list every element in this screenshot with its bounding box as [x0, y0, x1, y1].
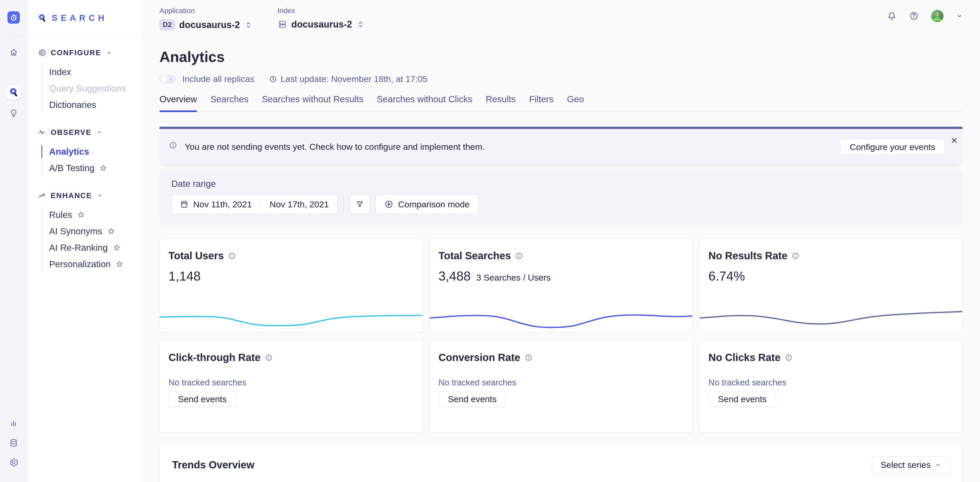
empty-state-label: No tracked searches	[439, 378, 684, 387]
tab-searches-without-results[interactable]: Searches without Results	[262, 94, 363, 111]
toggle-knob	[161, 76, 168, 83]
star-icon[interactable]	[77, 211, 85, 219]
calendar-icon	[180, 200, 189, 209]
product-logo-tile[interactable]	[8, 11, 20, 24]
section-header-configure[interactable]: CONFIGURE	[38, 47, 142, 58]
sidebar-item-rules[interactable]: Rules	[49, 206, 142, 223]
tab-searches[interactable]: Searches	[210, 94, 248, 111]
bar-chart-icon	[9, 419, 18, 428]
sidebar-item-index[interactable]: Index	[49, 64, 142, 80]
include-replicas-label: Include all replicas	[182, 74, 255, 84]
chevron-down-icon	[96, 129, 102, 135]
settings-nav-button[interactable]	[6, 455, 21, 470]
card-value: 3,488	[439, 269, 471, 284]
sidebar-item-personalization[interactable]: Personalization	[49, 256, 142, 272]
toggle-off-x-icon	[169, 76, 173, 82]
send-events-button[interactable]: Send events	[708, 391, 776, 407]
info-icon[interactable]	[265, 354, 273, 362]
select-series-button[interactable]: Select series	[872, 457, 950, 474]
star-icon[interactable]	[107, 227, 115, 235]
banner-message: You are not sending events yet. Check ho…	[185, 142, 485, 152]
star-icon[interactable]	[113, 244, 121, 252]
avatar[interactable]	[931, 10, 943, 22]
send-events-button[interactable]: Send events	[169, 391, 236, 407]
close-icon[interactable]	[950, 136, 958, 144]
sidebar-item-label: Rules	[49, 210, 72, 220]
info-icon[interactable]	[791, 252, 800, 260]
search-logo[interactable]: SEARCH	[27, 0, 142, 36]
bell-icon	[887, 11, 897, 21]
sidebar-section-enhance: ENHANCE Rules AI Synonyms AI Re-Ranking …	[38, 190, 142, 272]
sidebar-item-label: A/B Testing	[49, 163, 94, 173]
comparison-mode-label: Comparison mode	[398, 200, 470, 209]
card-title: No Results Rate	[708, 250, 788, 262]
kpi-card-click-through-rate: Click-through Rate No tracked searches S…	[159, 340, 423, 433]
usage-nav-button[interactable]	[6, 416, 21, 431]
index-selector[interactable]: docusaurus-2	[278, 19, 365, 30]
select-series-label: Select series	[880, 460, 931, 470]
tab-results[interactable]: Results	[486, 94, 516, 111]
home-icon	[9, 48, 18, 57]
sidebar-item-ai-reranking[interactable]: AI Re-Ranking	[49, 239, 142, 256]
empty-state-label: No tracked searches	[708, 378, 953, 387]
user-menu-button[interactable]	[956, 12, 963, 19]
info-icon[interactable]	[228, 252, 236, 260]
info-icon[interactable]	[515, 252, 523, 260]
sidebar-item-query-suggestions[interactable]: Query Suggestions	[49, 80, 142, 97]
application-selector[interactable]: D2 docusaurus-2	[159, 19, 253, 30]
section-header-enhance[interactable]: ENHANCE	[38, 190, 142, 201]
star-icon[interactable]	[100, 164, 107, 172]
sidebar-item-dictionaries[interactable]: Dictionaries	[49, 97, 142, 113]
configure-events-button[interactable]: Configure your events	[840, 139, 945, 155]
help-button[interactable]	[909, 11, 919, 21]
home-nav-button[interactable]	[6, 45, 21, 59]
sidebar-section-configure: CONFIGURE Index Query Suggestions Dictio…	[38, 47, 142, 113]
database-icon	[9, 438, 19, 448]
sidebar-item-analytics[interactable]: Analytics	[49, 143, 142, 160]
controls-divider	[344, 197, 344, 212]
card-title: No Clicks Rate	[708, 352, 780, 363]
comparison-mode-button[interactable]: Comparison mode	[375, 195, 479, 214]
notifications-button[interactable]	[887, 11, 897, 21]
kpi-card-total-searches: Total Searches 3,488 3 Searches / Users	[430, 238, 693, 332]
tab-searches-without-clicks[interactable]: Searches without Clicks	[377, 94, 473, 111]
index-selector-group: Index docusaurus-2	[278, 7, 365, 30]
tab-overview[interactable]: Overview	[159, 94, 197, 111]
date-range-picker[interactable]: Nov 11th, 2021 Nov 17th, 2021	[171, 195, 337, 214]
index-label: Index	[278, 7, 365, 15]
gear-icon	[9, 458, 19, 467]
pulse-icon	[38, 128, 46, 136]
chevron-down-icon	[935, 462, 942, 468]
application-value: docusaurus-2	[179, 19, 240, 30]
events-banner: You are not sending events yet. Check ho…	[159, 127, 963, 165]
sidebar-item-label: Analytics	[49, 146, 89, 157]
tab-geo[interactable]: Geo	[567, 94, 584, 111]
sparkline-total-users	[160, 304, 422, 329]
search-logo-text: SEARCH	[52, 13, 108, 23]
kpi-card-no-clicks-rate: No Clicks Rate No tracked searches Send …	[699, 340, 963, 433]
send-events-button[interactable]: Send events	[439, 391, 506, 407]
sidebar-item-ai-synonyms[interactable]: AI Synonyms	[49, 223, 142, 239]
card-title: Click-through Rate	[169, 352, 261, 363]
sparkline-total-searches	[430, 304, 692, 329]
include-replicas-toggle[interactable]	[159, 75, 176, 84]
sidebar-item-label: Personalization	[49, 259, 111, 269]
star-icon[interactable]	[116, 260, 124, 268]
section-header-observe[interactable]: OBSERVE	[38, 127, 142, 138]
date-separator	[261, 200, 261, 209]
search-product-nav-button[interactable]	[6, 85, 21, 100]
recommend-nav-button[interactable]	[6, 106, 21, 121]
main-content: Application D2 docusaurus-2 Index docusa…	[142, 0, 980, 482]
sort-chevrons-icon	[356, 20, 365, 29]
sidebar-item-ab-testing[interactable]: A/B Testing	[49, 160, 142, 176]
section-label: OBSERVE	[51, 128, 92, 137]
analytics-tabs: Overview Searches Searches without Resul…	[159, 94, 963, 111]
info-icon[interactable]	[784, 354, 793, 362]
icon-rail	[0, 0, 27, 482]
filter-button[interactable]	[350, 195, 370, 214]
info-icon[interactable]	[525, 354, 533, 362]
play-circle-icon	[384, 200, 393, 209]
tab-filters[interactable]: Filters	[529, 94, 554, 111]
index-value: docusaurus-2	[291, 19, 352, 30]
data-nav-button[interactable]	[6, 436, 21, 450]
